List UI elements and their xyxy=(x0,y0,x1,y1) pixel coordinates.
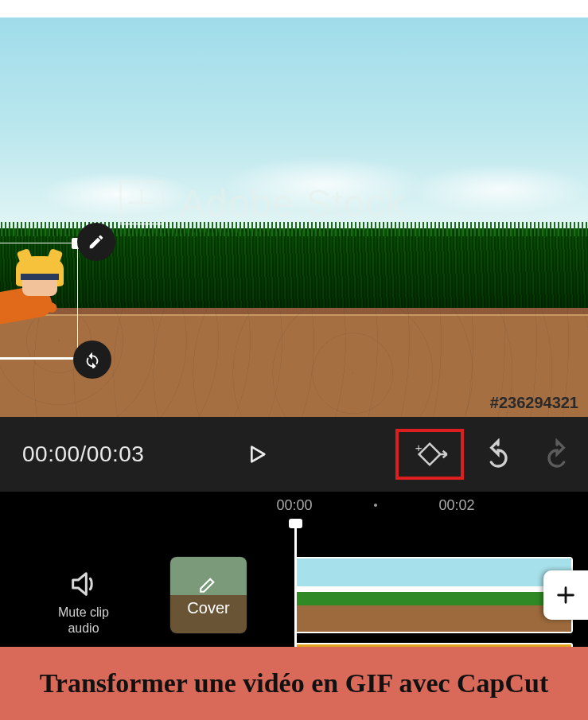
clip-thumbnail xyxy=(296,558,390,632)
watermark-text: Adobe Stock xyxy=(180,181,405,225)
playback-toolbar: 00:00/00:03 + xyxy=(0,417,588,492)
time-display: 00:00/00:03 xyxy=(22,442,144,467)
add-clip-button[interactable] xyxy=(543,570,588,620)
time-separator: / xyxy=(80,442,87,466)
cover-label: Cover xyxy=(187,599,229,617)
edit-handle[interactable] xyxy=(77,223,115,261)
clip-thumbnail xyxy=(390,558,484,632)
video-clip[interactable] xyxy=(294,557,573,633)
caption-text: Transformer une vidéo en GIF avec CapCut xyxy=(40,668,549,699)
time-current: 00:00 xyxy=(22,442,80,466)
play-button[interactable] xyxy=(235,432,279,477)
top-whitespace xyxy=(0,0,588,18)
pencil-icon xyxy=(198,574,219,594)
rotate-handle[interactable] xyxy=(73,341,111,379)
redo-button[interactable] xyxy=(532,430,582,479)
mute-clip-audio-button[interactable]: Mute clipaudio xyxy=(0,568,167,636)
keyframe-button-highlight: + xyxy=(395,429,464,480)
ruler-dot xyxy=(374,504,377,507)
redo-icon xyxy=(541,438,573,470)
ruler-tick-mid: 00:02 xyxy=(438,497,474,514)
rotate-icon xyxy=(84,351,101,368)
timeline-ruler[interactable]: 00:00 00:02 xyxy=(0,492,588,519)
video-preview[interactable]: Adobe Stock #236294321 xyxy=(0,18,588,417)
stock-watermark: Adobe Stock xyxy=(119,181,405,225)
mute-label: Mute clipaudio xyxy=(58,605,109,636)
toolbar-right-group: + xyxy=(395,429,582,480)
ruler-tick-start: 00:00 xyxy=(276,497,312,514)
edit-icon xyxy=(88,233,105,251)
caption-banner: Transformer une vidéo en GIF avec CapCut xyxy=(0,647,588,720)
undo-icon xyxy=(482,438,514,470)
add-keyframe-button[interactable]: + xyxy=(410,437,450,472)
plus-icon xyxy=(555,584,577,606)
selection-bounding-box[interactable] xyxy=(0,243,78,358)
speaker-icon xyxy=(66,568,101,600)
time-total: 00:03 xyxy=(87,442,145,466)
play-icon xyxy=(244,440,270,469)
selection-connector-line xyxy=(0,358,80,360)
adobe-logo-icon xyxy=(119,181,164,225)
cover-button[interactable]: Cover xyxy=(170,557,247,633)
stock-id-label: #236294321 xyxy=(490,394,578,412)
keyframe-icon: + xyxy=(410,437,450,472)
undo-button[interactable] xyxy=(473,430,523,479)
